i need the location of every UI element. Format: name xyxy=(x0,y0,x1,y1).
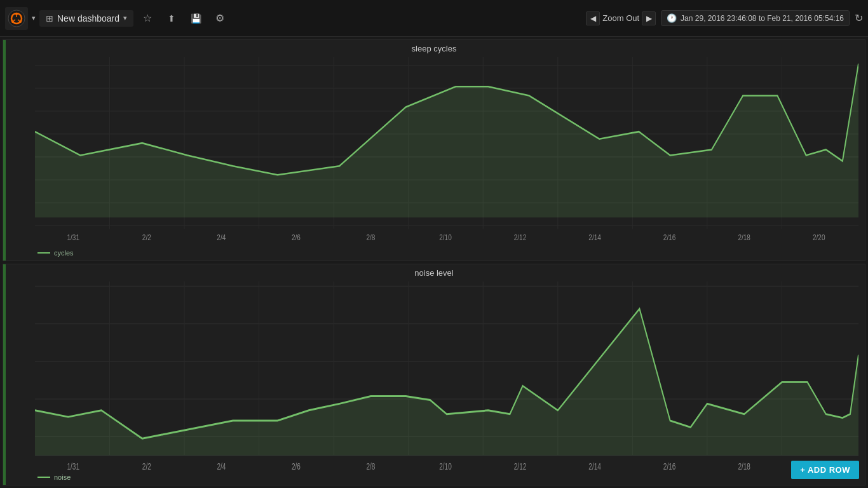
time-icon: 🕐 xyxy=(667,13,677,23)
main-content: sleep cycles xyxy=(0,37,868,488)
svg-point-2 xyxy=(15,13,18,15)
share-button[interactable]: ⬆ xyxy=(161,8,182,29)
time-range-text: Jan 29, 2016 23:46:08 to Feb 21, 2016 05… xyxy=(681,14,844,23)
svg-text:2/2: 2/2 xyxy=(142,461,151,470)
svg-text:2/14: 2/14 xyxy=(588,461,601,470)
svg-text:2/18: 2/18 xyxy=(738,461,750,470)
svg-text:2/12: 2/12 xyxy=(514,233,527,241)
noise-level-legend: noise xyxy=(3,472,865,485)
noise-level-title: noise level xyxy=(3,264,865,279)
svg-point-4 xyxy=(11,20,14,23)
sleep-cycles-title: sleep cycles xyxy=(3,40,865,55)
legend-line-cycles xyxy=(37,252,50,254)
svg-text:2/10: 2/10 xyxy=(439,233,452,241)
svg-text:2/16: 2/16 xyxy=(663,461,676,470)
add-row-button[interactable]: + ADD ROW xyxy=(791,461,859,479)
svg-text:2/16: 2/16 xyxy=(663,233,676,241)
sleep-cycles-chart-area: 9 8 7 6 5 4 3 2 1/31 2/2 2/4 2/6 2/8 2/1… xyxy=(3,55,865,248)
svg-text:2/12: 2/12 xyxy=(514,461,527,470)
zoom-out-group: ◀ Zoom Out ▶ xyxy=(586,11,656,25)
noise-level-chart-area: 0.50 0.40 0.30 0.20 0.10 0 1/31 2/2 2/4 … xyxy=(3,279,865,472)
svg-text:1/31: 1/31 xyxy=(67,233,80,241)
svg-point-3 xyxy=(19,20,22,23)
noise-level-panel: noise level xyxy=(3,264,865,485)
svg-text:2/14: 2/14 xyxy=(588,233,601,241)
legend-label-cycles: cycles xyxy=(54,249,74,257)
svg-text:2/4: 2/4 xyxy=(217,233,226,241)
svg-text:2/8: 2/8 xyxy=(366,461,375,470)
svg-text:2/18: 2/18 xyxy=(738,233,750,241)
svg-text:2/10: 2/10 xyxy=(439,461,452,470)
sleep-cycles-panel: sleep cycles xyxy=(3,39,865,261)
star-button[interactable]: ☆ xyxy=(137,8,158,29)
dashboard-dropdown-arrow: ▾ xyxy=(123,14,127,22)
sleep-cycles-legend: cycles xyxy=(3,248,865,261)
dashboard-icon: ⊞ xyxy=(46,13,53,24)
dashboard-title: New dashboard xyxy=(57,13,119,24)
legend-label-noise: noise xyxy=(54,473,71,481)
svg-text:2/6: 2/6 xyxy=(292,461,301,470)
svg-text:2/20: 2/20 xyxy=(813,233,825,241)
zoom-out-label[interactable]: Zoom Out xyxy=(602,13,639,23)
grafana-logo[interactable] xyxy=(5,7,28,30)
time-range-picker[interactable]: 🕐 Jan 29, 2016 23:46:08 to Feb 21, 2016 … xyxy=(661,10,850,26)
svg-text:1/31: 1/31 xyxy=(67,461,80,470)
zoom-right-arrow[interactable]: ▶ xyxy=(642,11,656,25)
svg-text:2/6: 2/6 xyxy=(292,233,301,241)
svg-text:2/4: 2/4 xyxy=(217,461,226,470)
svg-text:2/8: 2/8 xyxy=(366,233,375,241)
svg-marker-45 xyxy=(35,64,858,217)
logo-dropdown[interactable]: ▾ xyxy=(32,14,36,22)
save-button[interactable]: 💾 xyxy=(186,8,206,29)
svg-marker-79 xyxy=(35,309,858,456)
zoom-left-arrow[interactable]: ◀ xyxy=(586,11,600,25)
legend-line-noise xyxy=(37,477,50,478)
svg-text:2/2: 2/2 xyxy=(142,233,151,241)
time-controls: ◀ Zoom Out ▶ 🕐 Jan 29, 2016 23:46:08 to … xyxy=(586,10,863,26)
settings-button[interactable]: ⚙ xyxy=(210,8,230,29)
navbar: ▾ ⊞ New dashboard ▾ ☆ ⬆ 💾 ⚙ ◀ Zoom Out ▶… xyxy=(0,0,868,37)
dashboard-title-group[interactable]: ⊞ New dashboard ▾ xyxy=(39,10,133,27)
refresh-button[interactable]: ↻ xyxy=(855,12,863,24)
